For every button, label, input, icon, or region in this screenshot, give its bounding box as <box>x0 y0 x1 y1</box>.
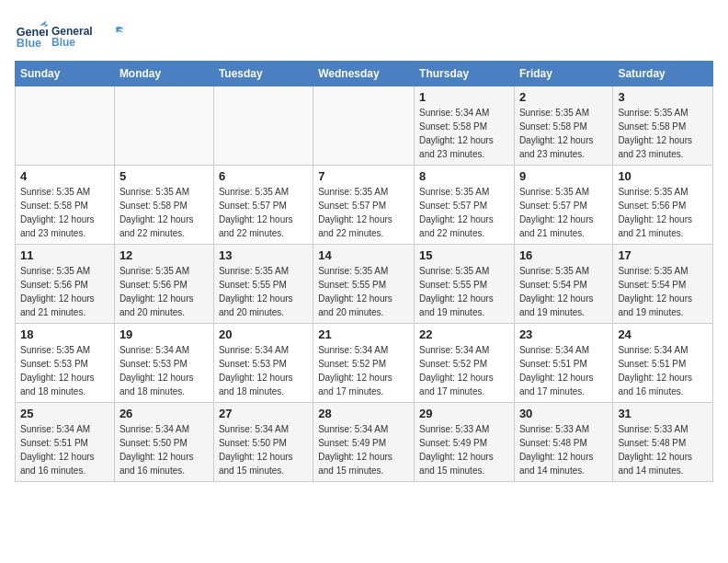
day-cell: 29Sunrise: 5:33 AM Sunset: 5:49 PM Dayli… <box>415 403 515 482</box>
day-cell: 13Sunrise: 5:35 AM Sunset: 5:55 PM Dayli… <box>213 245 313 324</box>
day-cell: 8Sunrise: 5:35 AM Sunset: 5:57 PM Daylig… <box>415 166 515 245</box>
day-number: 26 <box>119 407 209 420</box>
day-info: Sunrise: 5:34 AM Sunset: 5:50 PM Dayligh… <box>119 422 209 477</box>
day-cell: 17Sunrise: 5:35 AM Sunset: 5:54 PM Dayli… <box>613 245 713 324</box>
logo: General Blue General Blue <box>15 15 125 53</box>
day-number: 29 <box>419 407 509 420</box>
day-number: 4 <box>20 169 109 183</box>
day-info: Sunrise: 5:33 AM Sunset: 5:48 PM Dayligh… <box>618 422 708 477</box>
day-info: Sunrise: 5:33 AM Sunset: 5:49 PM Dayligh… <box>419 422 509 477</box>
day-cell: 23Sunrise: 5:34 AM Sunset: 5:51 PM Dayli… <box>514 324 612 403</box>
day-cell: 18Sunrise: 5:35 AM Sunset: 5:53 PM Dayli… <box>16 324 115 403</box>
day-info: Sunrise: 5:34 AM Sunset: 5:53 PM Dayligh… <box>119 343 209 398</box>
day-number: 12 <box>119 248 209 262</box>
day-number: 5 <box>119 169 209 183</box>
day-number: 2 <box>519 90 608 104</box>
day-cell: 25Sunrise: 5:34 AM Sunset: 5:51 PM Dayli… <box>16 403 115 482</box>
header-friday: Friday <box>514 62 612 86</box>
day-number: 7 <box>318 169 409 183</box>
day-info: Sunrise: 5:35 AM Sunset: 5:57 PM Dayligh… <box>318 185 409 240</box>
page-header: General Blue General Blue <box>15 15 713 53</box>
day-number: 3 <box>618 90 708 104</box>
day-number: 17 <box>618 248 708 262</box>
header-sunday: Sunday <box>16 62 115 86</box>
day-info: Sunrise: 5:35 AM Sunset: 5:55 PM Dayligh… <box>318 264 409 319</box>
day-cell: 21Sunrise: 5:34 AM Sunset: 5:52 PM Dayli… <box>313 324 415 403</box>
day-number: 28 <box>318 407 409 420</box>
day-number: 23 <box>519 327 608 341</box>
day-info: Sunrise: 5:35 AM Sunset: 5:57 PM Dayligh… <box>419 185 509 240</box>
day-info: Sunrise: 5:34 AM Sunset: 5:49 PM Dayligh… <box>318 422 409 477</box>
calendar-header-row: SundayMondayTuesdayWednesdayThursdayFrid… <box>16 62 713 86</box>
day-number: 11 <box>20 248 109 262</box>
day-number: 30 <box>519 407 608 420</box>
day-info: Sunrise: 5:33 AM Sunset: 5:48 PM Dayligh… <box>519 422 608 477</box>
day-cell: 24Sunrise: 5:34 AM Sunset: 5:51 PM Dayli… <box>613 324 713 403</box>
logo-icon: General Blue <box>15 17 48 51</box>
day-cell: 3Sunrise: 5:35 AM Sunset: 5:58 PM Daylig… <box>613 86 713 166</box>
day-info: Sunrise: 5:35 AM Sunset: 5:58 PM Dayligh… <box>119 185 209 240</box>
day-cell: 26Sunrise: 5:34 AM Sunset: 5:50 PM Dayli… <box>114 403 213 482</box>
day-cell: 4Sunrise: 5:35 AM Sunset: 5:58 PM Daylig… <box>16 166 115 245</box>
day-number: 19 <box>119 327 209 341</box>
header-wednesday: Wednesday <box>313 62 415 86</box>
day-number: 14 <box>318 248 409 262</box>
day-info: Sunrise: 5:35 AM Sunset: 5:55 PM Dayligh… <box>419 264 509 319</box>
day-cell <box>213 86 313 166</box>
day-cell: 19Sunrise: 5:34 AM Sunset: 5:53 PM Dayli… <box>114 324 213 403</box>
header-thursday: Thursday <box>415 62 515 86</box>
day-cell: 16Sunrise: 5:35 AM Sunset: 5:54 PM Dayli… <box>514 245 612 324</box>
day-cell: 1Sunrise: 5:34 AM Sunset: 5:58 PM Daylig… <box>415 86 515 166</box>
day-number: 24 <box>618 327 708 341</box>
week-row-2: 11Sunrise: 5:35 AM Sunset: 5:56 PM Dayli… <box>16 245 713 324</box>
day-number: 9 <box>519 169 608 183</box>
day-cell: 7Sunrise: 5:35 AM Sunset: 5:57 PM Daylig… <box>313 166 415 245</box>
day-info: Sunrise: 5:34 AM Sunset: 5:51 PM Dayligh… <box>20 422 109 477</box>
day-cell: 30Sunrise: 5:33 AM Sunset: 5:48 PM Dayli… <box>514 403 612 482</box>
day-cell: 11Sunrise: 5:35 AM Sunset: 5:56 PM Dayli… <box>16 245 115 324</box>
day-number: 22 <box>419 327 509 341</box>
day-info: Sunrise: 5:34 AM Sunset: 5:51 PM Dayligh… <box>618 343 708 398</box>
day-info: Sunrise: 5:35 AM Sunset: 5:57 PM Dayligh… <box>219 185 308 240</box>
day-number: 1 <box>419 90 509 104</box>
day-cell: 22Sunrise: 5:34 AM Sunset: 5:52 PM Dayli… <box>415 324 515 403</box>
day-number: 20 <box>219 327 308 341</box>
week-row-1: 4Sunrise: 5:35 AM Sunset: 5:58 PM Daylig… <box>16 166 713 245</box>
day-number: 6 <box>219 169 308 183</box>
day-number: 31 <box>618 407 708 420</box>
day-cell <box>114 86 213 166</box>
day-cell: 28Sunrise: 5:34 AM Sunset: 5:49 PM Dayli… <box>313 403 415 482</box>
day-info: Sunrise: 5:35 AM Sunset: 5:58 PM Dayligh… <box>519 106 608 161</box>
header-monday: Monday <box>114 62 213 86</box>
week-row-3: 18Sunrise: 5:35 AM Sunset: 5:53 PM Dayli… <box>16 324 713 403</box>
day-number: 16 <box>519 248 608 262</box>
day-info: Sunrise: 5:35 AM Sunset: 5:58 PM Dayligh… <box>20 185 109 240</box>
day-info: Sunrise: 5:34 AM Sunset: 5:52 PM Dayligh… <box>318 343 409 398</box>
day-info: Sunrise: 5:35 AM Sunset: 5:54 PM Dayligh… <box>519 264 608 319</box>
svg-text:Blue: Blue <box>17 37 41 50</box>
day-number: 21 <box>318 327 409 341</box>
day-cell <box>313 86 415 166</box>
week-row-0: 1Sunrise: 5:34 AM Sunset: 5:58 PM Daylig… <box>16 86 713 166</box>
day-cell: 2Sunrise: 5:35 AM Sunset: 5:58 PM Daylig… <box>514 86 612 166</box>
day-number: 10 <box>618 169 708 183</box>
day-info: Sunrise: 5:34 AM Sunset: 5:50 PM Dayligh… <box>219 422 308 477</box>
day-number: 18 <box>20 327 109 341</box>
day-info: Sunrise: 5:34 AM Sunset: 5:58 PM Dayligh… <box>419 106 509 161</box>
day-cell: 14Sunrise: 5:35 AM Sunset: 5:55 PM Dayli… <box>313 245 415 324</box>
header-tuesday: Tuesday <box>213 62 313 86</box>
day-cell <box>16 86 115 166</box>
day-info: Sunrise: 5:34 AM Sunset: 5:53 PM Dayligh… <box>219 343 308 398</box>
day-cell: 12Sunrise: 5:35 AM Sunset: 5:56 PM Dayli… <box>114 245 213 324</box>
day-cell: 9Sunrise: 5:35 AM Sunset: 5:57 PM Daylig… <box>514 166 612 245</box>
day-cell: 31Sunrise: 5:33 AM Sunset: 5:48 PM Dayli… <box>613 403 713 482</box>
day-info: Sunrise: 5:34 AM Sunset: 5:52 PM Dayligh… <box>419 343 509 398</box>
week-row-4: 25Sunrise: 5:34 AM Sunset: 5:51 PM Dayli… <box>16 403 713 482</box>
logo-bird-icon: General Blue <box>51 18 125 53</box>
day-info: Sunrise: 5:35 AM Sunset: 5:53 PM Dayligh… <box>20 343 109 398</box>
day-info: Sunrise: 5:34 AM Sunset: 5:51 PM Dayligh… <box>519 343 608 398</box>
day-cell: 15Sunrise: 5:35 AM Sunset: 5:55 PM Dayli… <box>415 245 515 324</box>
day-number: 27 <box>219 407 308 420</box>
day-info: Sunrise: 5:35 AM Sunset: 5:56 PM Dayligh… <box>20 264 109 319</box>
day-info: Sunrise: 5:35 AM Sunset: 5:55 PM Dayligh… <box>219 264 308 319</box>
